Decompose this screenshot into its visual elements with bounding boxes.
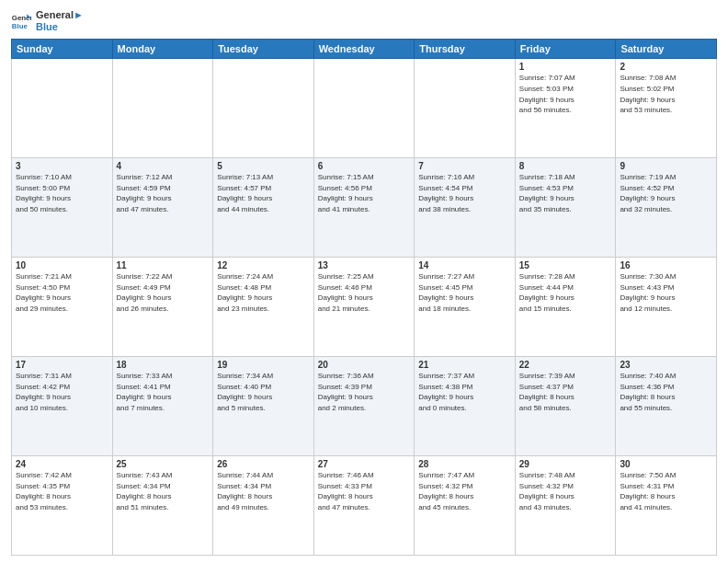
calendar-cell: 7Sunrise: 7:16 AM Sunset: 4:54 PM Daylig… [415,158,516,258]
day-info: Sunrise: 7:40 AM Sunset: 4:36 PM Dayligh… [620,371,712,413]
day-number: 10 [16,260,108,270]
calendar-week-row: 3Sunrise: 7:10 AM Sunset: 5:00 PM Daylig… [12,158,717,258]
weekday-header: Tuesday [213,40,314,59]
calendar-cell: 10Sunrise: 7:21 AM Sunset: 4:50 PM Dayli… [12,258,113,357]
day-number: 17 [16,360,108,370]
day-info: Sunrise: 7:16 AM Sunset: 4:54 PM Dayligh… [418,172,511,214]
calendar-cell: 2Sunrise: 7:08 AM Sunset: 5:02 PM Daylig… [616,59,717,158]
calendar-cell: 20Sunrise: 7:36 AM Sunset: 4:39 PM Dayli… [313,357,415,456]
calendar-cell: 30Sunrise: 7:50 AM Sunset: 4:31 PM Dayli… [616,456,717,556]
day-number: 3 [16,161,108,171]
day-number: 18 [117,360,210,370]
calendar-cell [213,59,314,158]
day-number: 24 [16,459,108,469]
calendar-cell: 27Sunrise: 7:46 AM Sunset: 4:33 PM Dayli… [313,456,415,556]
day-number: 30 [620,459,712,469]
day-number: 12 [217,260,310,270]
calendar-week-row: 1Sunrise: 7:07 AM Sunset: 5:03 PM Daylig… [12,59,717,158]
calendar-cell [313,59,415,158]
calendar-week-row: 24Sunrise: 7:42 AM Sunset: 4:35 PM Dayli… [12,456,717,556]
calendar-cell: 3Sunrise: 7:10 AM Sunset: 5:00 PM Daylig… [12,158,113,258]
day-info: Sunrise: 7:08 AM Sunset: 5:02 PM Dayligh… [620,73,712,115]
day-info: Sunrise: 7:33 AM Sunset: 4:41 PM Dayligh… [117,371,210,413]
day-number: 25 [117,459,210,469]
day-info: Sunrise: 7:50 AM Sunset: 4:31 PM Dayligh… [620,470,712,512]
day-info: Sunrise: 7:27 AM Sunset: 4:45 PM Dayligh… [418,271,511,314]
day-number: 20 [318,360,411,370]
day-info: Sunrise: 7:28 AM Sunset: 4:44 PM Dayligh… [519,271,612,314]
day-number: 16 [620,260,712,270]
weekday-header: Friday [515,40,616,59]
day-info: Sunrise: 7:19 AM Sunset: 4:52 PM Dayligh… [620,172,712,214]
day-info: Sunrise: 7:24 AM Sunset: 4:48 PM Dayligh… [217,271,310,314]
day-number: 26 [217,459,310,469]
weekday-header: Thursday [415,40,516,59]
day-number: 2 [620,62,712,72]
day-number: 5 [217,161,310,171]
day-number: 7 [418,161,511,171]
day-number: 6 [318,161,411,171]
logo-text: General► [36,9,84,21]
calendar-cell: 4Sunrise: 7:12 AM Sunset: 4:59 PM Daylig… [112,158,213,258]
day-info: Sunrise: 7:34 AM Sunset: 4:40 PM Dayligh… [217,371,310,413]
calendar-cell: 24Sunrise: 7:42 AM Sunset: 4:35 PM Dayli… [12,456,113,556]
day-number: 19 [217,360,310,370]
calendar-week-row: 17Sunrise: 7:31 AM Sunset: 4:42 PM Dayli… [12,357,717,456]
calendar-cell: 18Sunrise: 7:33 AM Sunset: 4:41 PM Dayli… [112,357,213,456]
day-info: Sunrise: 7:37 AM Sunset: 4:38 PM Dayligh… [418,371,511,413]
calendar-cell: 17Sunrise: 7:31 AM Sunset: 4:42 PM Dayli… [12,357,113,456]
calendar-cell: 15Sunrise: 7:28 AM Sunset: 4:44 PM Dayli… [515,258,616,357]
calendar-cell [12,59,113,158]
calendar-cell: 28Sunrise: 7:47 AM Sunset: 4:32 PM Dayli… [415,456,516,556]
day-info: Sunrise: 7:18 AM Sunset: 4:53 PM Dayligh… [519,172,612,214]
day-number: 27 [318,459,411,469]
calendar-cell: 16Sunrise: 7:30 AM Sunset: 4:43 PM Dayli… [616,258,717,357]
day-number: 15 [519,260,612,270]
day-info: Sunrise: 7:12 AM Sunset: 4:59 PM Dayligh… [117,172,210,214]
day-number: 1 [519,62,612,72]
calendar: SundayMondayTuesdayWednesdayThursdayFrid… [11,39,717,556]
calendar-cell: 21Sunrise: 7:37 AM Sunset: 4:38 PM Dayli… [415,357,516,456]
day-info: Sunrise: 7:39 AM Sunset: 4:37 PM Dayligh… [519,371,612,413]
calendar-cell: 22Sunrise: 7:39 AM Sunset: 4:37 PM Dayli… [515,357,616,456]
header: General Blue General► Blue [11,9,717,33]
weekday-header: Monday [112,40,213,59]
day-info: Sunrise: 7:22 AM Sunset: 4:49 PM Dayligh… [117,271,210,314]
calendar-cell: 14Sunrise: 7:27 AM Sunset: 4:45 PM Dayli… [415,258,516,357]
day-info: Sunrise: 7:48 AM Sunset: 4:32 PM Dayligh… [519,470,612,512]
day-info: Sunrise: 7:30 AM Sunset: 4:43 PM Dayligh… [620,271,712,314]
calendar-cell: 25Sunrise: 7:43 AM Sunset: 4:34 PM Dayli… [112,456,213,556]
day-info: Sunrise: 7:42 AM Sunset: 4:35 PM Dayligh… [16,470,108,512]
logo-blue: Blue [36,21,84,33]
weekday-header: Saturday [616,40,717,59]
calendar-cell: 13Sunrise: 7:25 AM Sunset: 4:46 PM Dayli… [313,258,415,357]
weekday-header: Sunday [12,40,113,59]
day-info: Sunrise: 7:15 AM Sunset: 4:56 PM Dayligh… [318,172,411,214]
day-number: 23 [620,360,712,370]
calendar-cell [112,59,213,158]
calendar-cell: 19Sunrise: 7:34 AM Sunset: 4:40 PM Dayli… [213,357,314,456]
day-info: Sunrise: 7:25 AM Sunset: 4:46 PM Dayligh… [318,271,411,314]
day-info: Sunrise: 7:47 AM Sunset: 4:32 PM Dayligh… [418,470,511,512]
logo-icon: General Blue [11,11,31,31]
calendar-cell [415,59,516,158]
logo: General Blue General► Blue [11,9,84,33]
day-number: 29 [519,459,612,469]
calendar-week-row: 10Sunrise: 7:21 AM Sunset: 4:50 PM Dayli… [12,258,717,357]
day-number: 21 [418,360,511,370]
calendar-cell: 11Sunrise: 7:22 AM Sunset: 4:49 PM Dayli… [112,258,213,357]
day-info: Sunrise: 7:36 AM Sunset: 4:39 PM Dayligh… [318,371,411,413]
day-info: Sunrise: 7:10 AM Sunset: 5:00 PM Dayligh… [16,172,108,214]
day-info: Sunrise: 7:31 AM Sunset: 4:42 PM Dayligh… [16,371,108,413]
calendar-cell: 5Sunrise: 7:13 AM Sunset: 4:57 PM Daylig… [213,158,314,258]
calendar-cell: 6Sunrise: 7:15 AM Sunset: 4:56 PM Daylig… [313,158,415,258]
calendar-cell: 8Sunrise: 7:18 AM Sunset: 4:53 PM Daylig… [515,158,616,258]
svg-text:Blue: Blue [12,22,28,30]
day-info: Sunrise: 7:13 AM Sunset: 4:57 PM Dayligh… [217,172,310,214]
day-number: 4 [117,161,210,171]
day-number: 14 [418,260,511,270]
calendar-cell: 23Sunrise: 7:40 AM Sunset: 4:36 PM Dayli… [616,357,717,456]
day-info: Sunrise: 7:43 AM Sunset: 4:34 PM Dayligh… [117,470,210,512]
calendar-cell: 29Sunrise: 7:48 AM Sunset: 4:32 PM Dayli… [515,456,616,556]
day-number: 9 [620,161,712,171]
